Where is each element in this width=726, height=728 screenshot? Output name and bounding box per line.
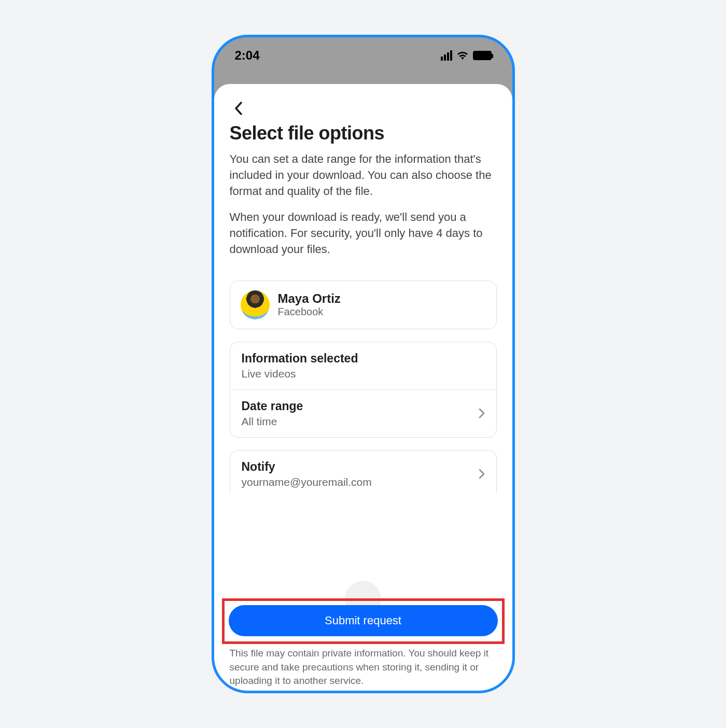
status-icons [441,50,492,61]
status-time: 2:04 [235,48,260,63]
page-title: Select file options [230,122,497,144]
information-selected-row: Information selected Live videos [230,342,496,389]
info-selected-value: Live videos [242,368,358,380]
back-button[interactable] [230,100,247,117]
options-card: Information selected Live videos Date ra… [230,342,497,438]
chevron-left-icon [234,102,243,115]
notify-row[interactable]: Notify yourname@youremail.com [230,451,496,493]
notify-card: Notify yourname@youremail.com [230,450,497,493]
account-name: Maya Ortiz [278,291,341,306]
info-selected-label: Information selected [242,352,358,366]
page-description-1: You can set a date range for the informa… [230,151,497,199]
footer-disclaimer: This file may contain private informatio… [230,647,497,688]
notify-value: yourname@youremail.com [242,476,372,488]
account-card: Maya Ortiz Facebook [230,281,497,329]
wifi-icon [456,51,469,60]
signal-icon [441,50,452,61]
date-range-row[interactable]: Date range All time [230,389,496,437]
phone-frame: 2:04 Select file options You can set a d… [212,35,515,693]
chevron-right-icon [479,469,485,479]
submit-request-button[interactable]: Submit request [229,605,498,636]
bottom-sheet: Select file options You can set a date r… [214,84,512,691]
avatar [241,290,270,319]
notify-label: Notify [242,460,372,474]
account-platform: Facebook [278,306,341,318]
status-bar: 2:04 [214,37,512,74]
page-description-2: When your download is ready, we'll send … [230,209,497,257]
chevron-right-icon [479,408,485,418]
battery-icon [473,51,492,60]
date-range-label: Date range [242,399,303,413]
date-range-value: All time [242,415,303,428]
